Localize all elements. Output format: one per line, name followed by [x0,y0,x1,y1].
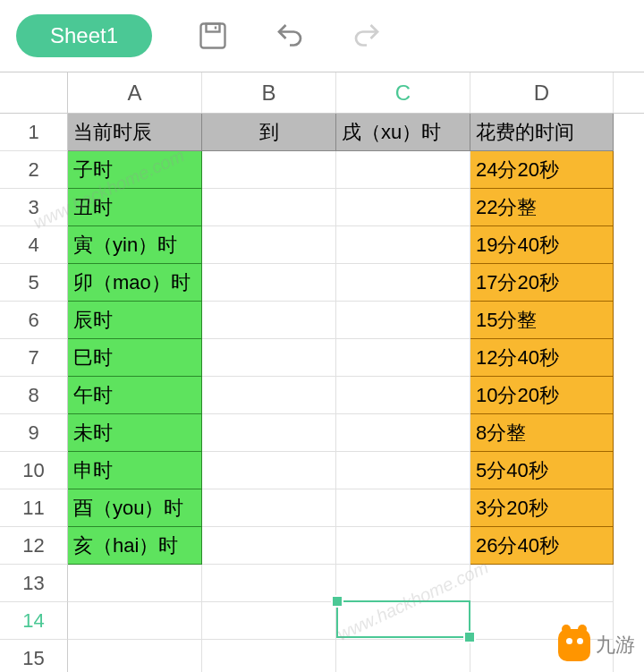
cell-b7[interactable] [202,339,336,377]
cell-c6[interactable] [336,302,470,339]
row-header-11[interactable]: 11 [0,489,68,527]
table-row: 子时 24分20秒 [68,151,614,189]
column-header-a[interactable]: A [68,72,202,113]
cell-b2[interactable] [202,151,336,189]
brand-icon [558,629,590,661]
cell-b5[interactable] [202,264,336,302]
row-header-13[interactable]: 13 [0,565,68,602]
cell-d3[interactable]: 22分整 [470,189,614,226]
row-header-10[interactable]: 10 [0,452,68,489]
undo-icon[interactable] [274,20,306,52]
cell-c8[interactable] [336,377,470,414]
cell-d10[interactable]: 5分40秒 [470,452,614,489]
cell-d9[interactable]: 8分整 [470,414,614,452]
cell-a3[interactable]: 丑时 [68,189,202,226]
redo-icon[interactable] [351,20,383,52]
sheet-tab[interactable]: Sheet1 [16,14,152,57]
table-row: 未时 8分整 [68,414,614,452]
table-row: 亥（hai）时 26分40秒 [68,527,614,565]
column-headers-row: A B C D [0,72,644,114]
cell-b11[interactable] [202,489,336,527]
table-row: 辰时 15分整 [68,302,614,339]
cell-a6[interactable]: 辰时 [68,302,202,339]
cell-c11[interactable] [336,489,470,527]
cell-d7[interactable]: 12分40秒 [470,339,614,377]
select-all-corner[interactable] [0,72,68,113]
cell-a5[interactable]: 卯（mao）时 [68,264,202,302]
cell-b13[interactable] [202,565,336,602]
cell-c12[interactable] [336,527,470,565]
cell-c5[interactable] [336,264,470,302]
row-header-9[interactable]: 9 [0,414,68,452]
cell-c3[interactable] [336,189,470,226]
cell-a15[interactable] [68,640,202,672]
cell-d1[interactable]: 花费的时间 [470,114,614,151]
row-header-5[interactable]: 5 [0,264,68,302]
cell-b15[interactable] [202,640,336,672]
cell-a1[interactable]: 当前时辰 [68,114,202,151]
spreadsheet: A B C D 1 2 3 4 5 6 7 8 9 10 11 12 13 14… [0,72,644,672]
row-header-15[interactable]: 15 [0,640,68,672]
cell-d8[interactable]: 10分20秒 [470,377,614,414]
cell-c13[interactable] [336,565,470,602]
cell-b8[interactable] [202,377,336,414]
cell-b12[interactable] [202,527,336,565]
row-header-8[interactable]: 8 [0,377,68,414]
cell-b9[interactable] [202,414,336,452]
cell-a11[interactable]: 酉（you）时 [68,489,202,527]
cell-a12[interactable]: 亥（hai）时 [68,527,202,565]
row-headers: 1 2 3 4 5 6 7 8 9 10 11 12 13 14 15 [0,114,68,672]
row-header-1[interactable]: 1 [0,114,68,151]
cell-c14[interactable] [336,602,470,640]
row-header-4[interactable]: 4 [0,226,68,264]
cell-a2[interactable]: 子时 [68,151,202,189]
svg-rect-0 [201,24,225,48]
table-row: 寅（yin）时 19分40秒 [68,226,614,264]
row-header-7[interactable]: 7 [0,339,68,377]
row-header-3[interactable]: 3 [0,189,68,226]
cell-c1[interactable]: 戌（xu）时 [336,114,470,151]
cell-a7[interactable]: 巳时 [68,339,202,377]
cell-d2[interactable]: 24分20秒 [470,151,614,189]
cell-b4[interactable] [202,226,336,264]
table-row [68,640,614,672]
cell-b14[interactable] [202,602,336,640]
save-icon[interactable] [197,20,229,52]
cell-a4[interactable]: 寅（yin）时 [68,226,202,264]
cell-c7[interactable] [336,339,470,377]
cell-c4[interactable] [336,226,470,264]
table-row: 卯（mao）时 17分20秒 [68,264,614,302]
table-row: 午时 10分20秒 [68,377,614,414]
cell-b1[interactable]: 到 [202,114,336,151]
cell-d5[interactable]: 17分20秒 [470,264,614,302]
cell-c10[interactable] [336,452,470,489]
cell-c2[interactable] [336,151,470,189]
brand-text: 九游 [596,632,635,659]
row-header-14[interactable]: 14 [0,602,68,640]
svg-rect-1 [207,24,220,32]
table-row: 申时 5分40秒 [68,452,614,489]
row-header-12[interactable]: 12 [0,527,68,565]
row-header-6[interactable]: 6 [0,302,68,339]
cell-d13[interactable] [470,565,614,602]
cell-c9[interactable] [336,414,470,452]
cell-b3[interactable] [202,189,336,226]
row-header-2[interactable]: 2 [0,151,68,189]
cell-d11[interactable]: 3分20秒 [470,489,614,527]
cell-b10[interactable] [202,452,336,489]
cell-d4[interactable]: 19分40秒 [470,226,614,264]
cell-d6[interactable]: 15分整 [470,302,614,339]
cell-a10[interactable]: 申时 [68,452,202,489]
table-row [68,602,614,640]
column-header-d[interactable]: D [470,72,614,113]
cell-a13[interactable] [68,565,202,602]
column-header-b[interactable]: B [202,72,336,113]
cell-a9[interactable]: 未时 [68,414,202,452]
column-header-c[interactable]: C [336,72,470,113]
cell-b6[interactable] [202,302,336,339]
toolbar: Sheet1 [0,0,644,72]
cell-a8[interactable]: 午时 [68,377,202,414]
cell-d12[interactable]: 26分40秒 [470,527,614,565]
cell-c15[interactable] [336,640,470,672]
cell-a14[interactable] [68,602,202,640]
